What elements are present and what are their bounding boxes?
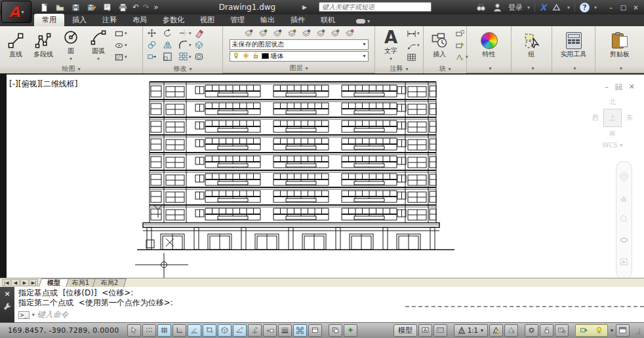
toggle-dynamic-input[interactable] bbox=[263, 324, 277, 337]
utilities-button[interactable]: 实用工具 bbox=[561, 28, 587, 63]
toggle-transparency[interactable] bbox=[293, 324, 307, 337]
annotation-tool-leader[interactable]: ▾ bbox=[405, 40, 421, 51]
open-file-button[interactable] bbox=[54, 2, 66, 12]
help-search-input[interactable] bbox=[319, 2, 432, 12]
draw-tool-ellipse-tool[interactable]: ▾ bbox=[113, 40, 129, 51]
toggle-infer-constraints[interactable] bbox=[127, 324, 141, 337]
title-expand-icon[interactable]: ▶ bbox=[302, 4, 307, 10]
plot-button[interactable] bbox=[101, 2, 113, 12]
tab-参数化[interactable]: 参数化 bbox=[155, 14, 192, 26]
layer-tool-6-icon[interactable] bbox=[315, 29, 327, 38]
command-prompt-row[interactable]: >_ ▾ 键入命令 bbox=[18, 309, 69, 320]
toggle-grid-display[interactable] bbox=[157, 324, 171, 337]
layer-tool-3-icon[interactable] bbox=[272, 29, 283, 38]
pan-icon[interactable] bbox=[619, 193, 629, 205]
modify-tool-fillet[interactable]: ▾ bbox=[177, 39, 193, 50]
application-status-button[interactable] bbox=[577, 324, 591, 337]
layer-tool-1-icon[interactable] bbox=[243, 29, 254, 38]
modify-tool-trim[interactable]: ▾ bbox=[177, 28, 193, 39]
drawing-canvas[interactable]: [-][俯视][二维线框] – 回 ✕ 北 西 上 东 南 WCS ▾ bbox=[7, 74, 644, 278]
print-button[interactable] bbox=[117, 2, 129, 12]
workspace-switching-button[interactable] bbox=[525, 324, 538, 337]
tab-视图[interactable]: 视图 bbox=[192, 14, 222, 26]
viewcube-south[interactable]: 南 bbox=[609, 129, 616, 138]
model-space-button[interactable]: 模型 bbox=[393, 324, 417, 337]
annotation-tool-dim-linear[interactable]: ▾ bbox=[405, 28, 421, 39]
toggle-snap-mode[interactable] bbox=[142, 324, 156, 337]
isolate-objects-bulb-button[interactable] bbox=[592, 324, 606, 337]
draw-tool-line[interactable]: 直线 bbox=[3, 28, 29, 63]
tab-插件[interactable]: 插件 bbox=[283, 14, 313, 26]
insert-block-button[interactable]: 插入 bbox=[426, 28, 453, 63]
viewport-controls-label[interactable]: [-][俯视][二维线框] bbox=[9, 79, 77, 90]
sign-in-button[interactable]: 登录 bbox=[508, 3, 523, 12]
toggle-object-snap[interactable] bbox=[203, 324, 216, 337]
panel-utilities-label[interactable]: ▾ bbox=[552, 64, 595, 73]
modify-tool-erase[interactable] bbox=[193, 28, 209, 39]
panel-modify-label[interactable]: 修改▾ bbox=[143, 64, 222, 73]
group-button[interactable]: 组 bbox=[519, 28, 545, 63]
panel-draw-label[interactable]: 绘图▾ bbox=[0, 64, 142, 73]
toggle-ortho-mode[interactable] bbox=[172, 324, 186, 337]
layer-tool-7-icon[interactable] bbox=[329, 29, 341, 38]
draw-tool-circle[interactable]: 圆▾ bbox=[58, 28, 84, 63]
layer-lock-icon[interactable] bbox=[252, 52, 260, 61]
autodesk360-icon[interactable] bbox=[551, 2, 563, 12]
modify-tool-move[interactable] bbox=[146, 28, 161, 39]
modify-tool-offset[interactable] bbox=[193, 51, 209, 62]
navigation-bar[interactable] bbox=[616, 161, 632, 278]
panel-annotation-label[interactable]: 注释▾ bbox=[375, 64, 423, 73]
orbit-icon[interactable] bbox=[619, 235, 629, 247]
toggle-object-snap-3d[interactable] bbox=[218, 324, 231, 337]
tab-管理[interactable]: 管理 bbox=[222, 14, 252, 26]
layer-tool-2-icon[interactable] bbox=[257, 29, 269, 38]
command-input-placeholder[interactable]: 键入命令 bbox=[37, 309, 69, 320]
quick-view-layouts-button[interactable] bbox=[418, 324, 432, 337]
tab-布局[interactable]: 布局 bbox=[125, 14, 155, 26]
add-selected-button[interactable] bbox=[344, 324, 357, 337]
maximize-button[interactable]: □ bbox=[618, 3, 629, 12]
toggle-dynamic-ucs[interactable] bbox=[248, 324, 262, 337]
modify-tool-scale[interactable] bbox=[161, 51, 177, 62]
annotation-visibility-button[interactable] bbox=[489, 324, 503, 337]
command-close-icon[interactable]: × bbox=[4, 290, 10, 298]
viewcube-east[interactable]: 东 bbox=[626, 113, 633, 122]
tab-插入[interactable]: 插入 bbox=[64, 14, 94, 26]
layout-nav-arrow-3[interactable]: ▶ bbox=[20, 279, 29, 286]
annotation-scale-button[interactable]: 1:1 ▾ bbox=[454, 324, 488, 337]
application-menu-button[interactable]: A ▾ bbox=[1, 1, 31, 23]
layer-tool-5-icon[interactable] bbox=[300, 29, 312, 38]
draw-tool-polyline[interactable]: 多段线 bbox=[30, 28, 56, 63]
modify-tool-explode[interactable] bbox=[193, 39, 209, 50]
drawing-minimize-button[interactable]: – bbox=[605, 83, 609, 92]
annotation-autoscale-button[interactable] bbox=[504, 324, 518, 337]
close-button[interactable]: × bbox=[630, 3, 641, 12]
layer-tool-4-icon[interactable] bbox=[286, 29, 298, 38]
toggle-polar-tracking[interactable] bbox=[188, 324, 201, 337]
clean-screen-button[interactable] bbox=[616, 324, 630, 337]
zoom-icon[interactable] bbox=[619, 214, 629, 226]
draw-tool-hatch[interactable]: ▾ bbox=[113, 52, 129, 63]
selection-cycling-button[interactable] bbox=[329, 324, 342, 337]
layer-sun-icon[interactable] bbox=[242, 52, 250, 61]
command-prompt-icon[interactable]: >_ bbox=[18, 311, 30, 319]
quick-view-drawings-button[interactable] bbox=[433, 324, 447, 337]
command-prompt-caret-icon[interactable]: ▾ bbox=[32, 312, 35, 318]
draw-tool-rect-tool[interactable]: ▾ bbox=[113, 28, 129, 39]
panel-block-label[interactable]: 块▾ bbox=[424, 64, 466, 73]
showmotion-icon[interactable] bbox=[619, 257, 629, 269]
status-menu-caret-icon[interactable]: ▾ bbox=[609, 328, 614, 333]
layout-tab-模型[interactable]: 模型 bbox=[39, 278, 69, 287]
tab-输出[interactable]: 输出 bbox=[252, 14, 283, 26]
resize-grip-icon[interactable] bbox=[632, 326, 641, 335]
layout-tab-布局2[interactable]: 布局2 bbox=[92, 278, 127, 287]
layer-color-swatch[interactable] bbox=[262, 53, 269, 59]
drawing-close-button[interactable]: ✕ bbox=[629, 83, 635, 92]
viewcube-top-face[interactable]: 上 bbox=[603, 109, 622, 127]
tab-常用[interactable]: 常用 bbox=[34, 14, 64, 26]
toolbar-lock-button[interactable] bbox=[540, 324, 553, 337]
undo-button[interactable]: ↶ bbox=[132, 3, 139, 11]
toggle-quick-properties[interactable] bbox=[308, 324, 322, 337]
layer-dropdown[interactable]: 墙体 ▾ bbox=[230, 51, 369, 62]
panel-layers-label[interactable]: 图层▾ bbox=[223, 64, 374, 73]
